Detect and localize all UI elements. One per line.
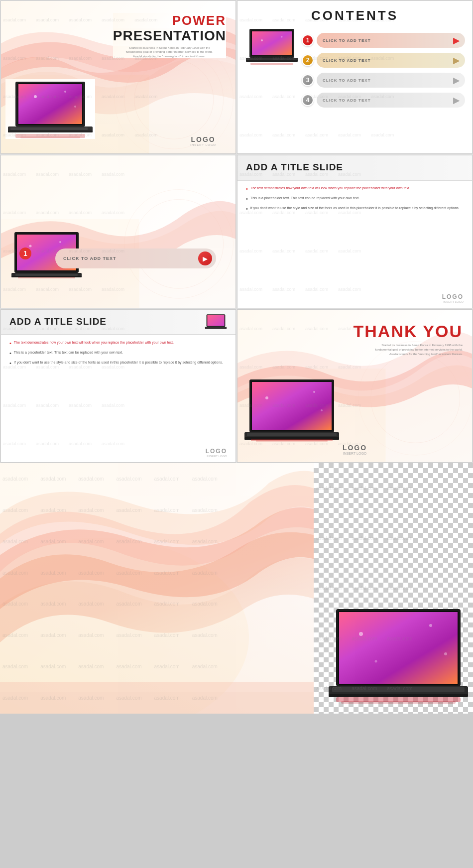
slide3-click-arrow: ▶ bbox=[198, 251, 212, 265]
bottom-section: asadal.comasadal.comasadal.comasadal.com… bbox=[0, 463, 473, 714]
content-arrow-2: ▶ bbox=[453, 56, 459, 65]
slide4-bullet-text-3: If you don't want to use the style and s… bbox=[250, 206, 460, 211]
slide1-subtitle: Started its business in Seoul Korea in F… bbox=[113, 46, 226, 58]
slide-4: ADD A TITLE SLIDE • The text demonstrate… bbox=[236, 154, 473, 309]
slide-2: CONTENTS bbox=[236, 0, 473, 154]
slide4-logo: LOGO bbox=[442, 293, 464, 300]
svg-rect-14 bbox=[20, 136, 80, 138]
svg-rect-12 bbox=[10, 127, 88, 130]
svg-point-63 bbox=[375, 660, 377, 663]
bullet-dot-1: • bbox=[246, 186, 248, 192]
svg-rect-51 bbox=[247, 433, 337, 436]
power-label: POWER bbox=[113, 13, 226, 28]
svg-rect-39 bbox=[205, 327, 227, 329]
svg-rect-17 bbox=[252, 31, 292, 55]
svg-rect-11 bbox=[8, 130, 93, 132]
content-text-2: CLICK TO ADD TEXT bbox=[323, 58, 371, 63]
contents-title: CONTENTS bbox=[311, 8, 398, 23]
svg-point-62 bbox=[444, 652, 447, 655]
svg-point-8 bbox=[64, 91, 66, 93]
presentation-label: PRESENTATION bbox=[113, 28, 226, 44]
svg-point-24 bbox=[134, 199, 224, 288]
svg-rect-66 bbox=[332, 687, 465, 692]
slide4-logo-sub: INSERT LOGO bbox=[442, 300, 464, 303]
slide5-logo-sub: INSERT LOGO bbox=[206, 455, 227, 458]
svg-point-2 bbox=[124, 50, 224, 149]
bullet-dot-3: • bbox=[246, 206, 248, 212]
slide5-bullet-text-2: This is a placeholder text. This text ca… bbox=[14, 350, 123, 356]
svg-rect-35 bbox=[15, 274, 78, 276]
svg-rect-45 bbox=[252, 382, 332, 430]
content-bar-1: CLICK TO ADD TEXT ▶ bbox=[317, 33, 465, 48]
slide1-logo: LOGO bbox=[190, 135, 216, 143]
content-arrow-4: ▶ bbox=[453, 96, 459, 105]
slide5-laptop-mini bbox=[205, 314, 227, 330]
content-num-4: 4 bbox=[302, 94, 314, 106]
svg-rect-21 bbox=[246, 60, 298, 62]
slide3-click-label: CLICK TO ADD TEXT bbox=[63, 256, 117, 261]
bottom-transparent-area: asadal.comasadal.comasadal.com asadal.co… bbox=[314, 463, 473, 714]
slide4-bullet-1: • The text demonstrates how your own tex… bbox=[246, 186, 464, 192]
svg-rect-34 bbox=[11, 276, 82, 277]
content-item-3: 3 CLICK TO ADD TEXT ▶ bbox=[302, 73, 465, 88]
slide3-click-btn[interactable]: CLICK TO ADD TEXT ▶ bbox=[55, 248, 216, 268]
slide5-logo: LOGO bbox=[206, 448, 227, 455]
content-num-2: 2 bbox=[302, 54, 314, 66]
slide4-bullet-text-1: The text demonstrates how your own text … bbox=[250, 186, 410, 191]
content-num-1: 1 bbox=[302, 34, 314, 46]
svg-text:1: 1 bbox=[23, 249, 27, 257]
bullet-dot-2: • bbox=[246, 196, 248, 202]
content-item-1: 1 CLICK TO ADD TEXT ▶ bbox=[302, 33, 465, 48]
svg-rect-65 bbox=[329, 694, 468, 697]
svg-point-61 bbox=[429, 624, 432, 627]
svg-point-25 bbox=[124, 190, 234, 299]
content-arrow-3: ▶ bbox=[453, 76, 459, 85]
svg-point-7 bbox=[34, 95, 37, 98]
svg-point-1 bbox=[134, 60, 214, 139]
slide4-title: ADD A TITLE SLIDE bbox=[246, 162, 343, 173]
slide1-logo-sub: INSERT LOGO bbox=[190, 143, 216, 146]
slide4-bullet-text-2: This is a placeholder text. This text ca… bbox=[250, 196, 359, 201]
svg-point-41 bbox=[371, 354, 460, 443]
svg-rect-53 bbox=[256, 440, 328, 442]
thank-you-title: THANK YOU bbox=[354, 322, 463, 341]
content-bar-3: CLICK TO ADD TEXT ▶ bbox=[317, 73, 465, 88]
svg-point-19 bbox=[281, 36, 283, 38]
svg-rect-59 bbox=[339, 612, 458, 684]
bottom-wave-area: asadal.comasadal.comasadal.comasadal.com… bbox=[0, 463, 314, 714]
content-text-3: CLICK TO ADD TEXT bbox=[323, 78, 371, 83]
svg-rect-22 bbox=[250, 63, 293, 65]
slide5-bullet-dot-2: • bbox=[9, 350, 11, 356]
slide5-bullet-text-3: If you don't want to use the style and s… bbox=[14, 360, 223, 366]
content-bar-2: CLICK TO ADD TEXT ▶ bbox=[317, 53, 465, 68]
svg-rect-36 bbox=[18, 277, 75, 278]
slide4-bullet-2: • This is a placeholder text. This text … bbox=[246, 196, 464, 202]
slide-6: THANK YOU Started its business in Seoul … bbox=[236, 309, 473, 463]
slide-5: ADD A TITLE SLIDE • The text demonstrate… bbox=[0, 309, 236, 463]
svg-point-48 bbox=[321, 409, 323, 411]
content-num-3: 3 bbox=[302, 74, 314, 86]
content-items-list: 1 CLICK TO ADD TEXT ▶ 2 CLICK TO ADD TEX… bbox=[302, 33, 465, 108]
slide4-content: • The text demonstrates how your own tex… bbox=[246, 186, 464, 212]
slide5-bullet-dot-1: • bbox=[9, 340, 11, 346]
svg-point-42 bbox=[358, 342, 473, 456]
content-item-4: 4 CLICK TO ADD TEXT ▶ bbox=[302, 93, 465, 108]
svg-point-30 bbox=[59, 241, 61, 243]
content-bar-4: CLICK TO ADD TEXT ▶ bbox=[317, 93, 465, 108]
slide-1: POWER PRESENTATION Started its business … bbox=[0, 0, 236, 154]
svg-point-29 bbox=[29, 245, 32, 248]
slide6-logo-sub: INSERT LOGO bbox=[343, 452, 367, 455]
thank-you-subtitle: Started its business in Seoul Korea in F… bbox=[354, 343, 463, 357]
bottom-laptop bbox=[326, 607, 471, 704]
svg-point-18 bbox=[261, 39, 263, 41]
svg-rect-6 bbox=[18, 84, 82, 124]
slide5-content: • The text demonstrates how your own tex… bbox=[9, 340, 227, 366]
svg-point-60 bbox=[359, 632, 363, 636]
svg-point-9 bbox=[74, 106, 76, 108]
slide4-bullet-3: • If you don't want to use the style and… bbox=[246, 206, 464, 212]
slide5-title: ADD A TITLE SLIDE bbox=[9, 316, 107, 327]
slide6-logo: LOGO bbox=[343, 444, 367, 452]
content-text-1: CLICK TO ADD TEXT bbox=[323, 38, 371, 43]
content-arrow-1: ▶ bbox=[453, 36, 459, 45]
slide5-bullet-text-1: The text demonstrates how your own text … bbox=[14, 340, 174, 346]
